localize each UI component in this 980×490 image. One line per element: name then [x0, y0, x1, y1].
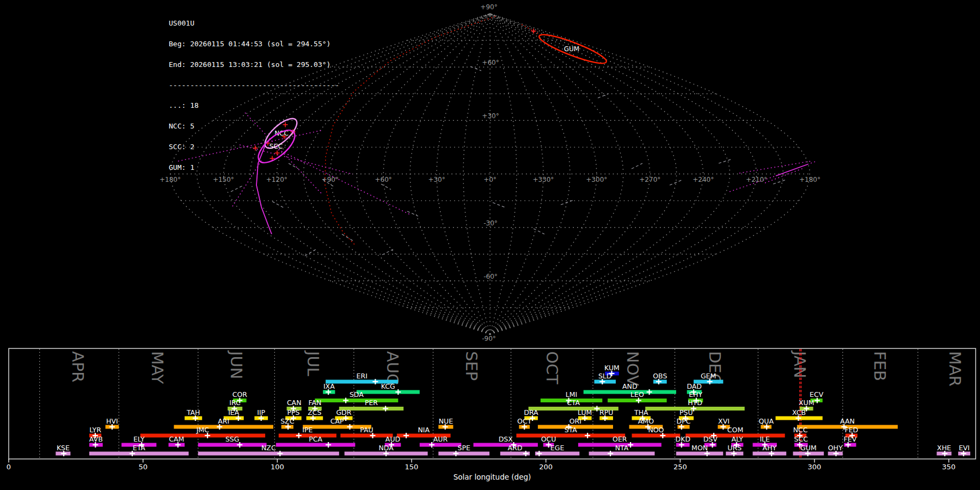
shower-code-label: TAH — [186, 408, 200, 416]
shower-code-label: PCA — [309, 435, 322, 443]
shower-code-label: EVI — [959, 444, 970, 452]
shower-bar-sta — [516, 434, 625, 438]
x-axis-title: Solar longitude (deg) — [454, 473, 531, 481]
shower-code-label: THA — [634, 408, 648, 416]
shower-code-label: HYD — [688, 399, 702, 407]
meteor-radiant-report: { "header": { "lines": [ "US001U", "Beg:… — [0, 0, 980, 490]
shower-bar-nzc — [198, 452, 339, 456]
shower-code-label: NCC — [793, 426, 808, 434]
shower-code-label: COR — [232, 390, 248, 399]
shower-code-label: OCU — [541, 435, 556, 443]
shower-code-label: DPC — [677, 417, 691, 425]
shower-code-label: GDR — [336, 408, 351, 416]
shower-code-label: DRA — [524, 408, 538, 416]
shower-code-label: AND — [622, 382, 638, 390]
sporadic-meteor-trail — [773, 180, 786, 184]
shower-code-label: XCB — [792, 408, 806, 416]
shower-code-label: AHY — [763, 444, 777, 452]
shower-code-label: XHE — [937, 444, 951, 452]
longitude-label: +270° — [639, 176, 660, 183]
shower-code-label: JMC — [196, 426, 209, 434]
x-axis-tick-label: 100 — [271, 463, 284, 471]
shower-code-label: DKD — [676, 435, 690, 443]
shower-code-label: ECV — [810, 390, 824, 399]
shower-code-label: CAN — [287, 399, 302, 407]
shower-bar-nta — [589, 452, 655, 456]
shower-code-label: QUA — [758, 417, 774, 425]
shower-meteor-trail — [807, 162, 815, 164]
month-label: JUN — [227, 350, 246, 379]
shower-code-label: XUM — [799, 399, 814, 407]
latitude-label: +60° — [482, 59, 499, 66]
begin-time: Beg: 20260115 01:44:53 (sol = 294.55°) — [169, 41, 339, 48]
longitude-label: +210° — [746, 176, 767, 183]
shower-code-label: OER — [612, 435, 627, 443]
shower-code-label: IIP — [257, 408, 265, 416]
longitude-label: +180° — [799, 176, 820, 183]
x-axis-tick-label: 150 — [405, 463, 419, 471]
month-label: FEB — [871, 351, 889, 381]
shower-code-label: PAU — [360, 426, 373, 434]
sporadic-meteor-trail — [382, 249, 393, 255]
month-label: MAY — [148, 351, 167, 384]
x-axis-tick-label: 50 — [138, 463, 148, 471]
shower-code-label: SLD — [598, 372, 612, 380]
month-label: APR — [69, 351, 87, 382]
shower-code-label: GUM — [800, 444, 817, 452]
observation-header: US001U Beg: 20260115 01:44:53 (sol = 294… — [169, 7, 339, 178]
shower-code-label: AUR — [433, 435, 448, 443]
shower-bar-dsx — [474, 443, 538, 447]
shower-code-label: FEV — [844, 435, 857, 443]
x-axis-tick-label: 0 — [7, 463, 11, 471]
shower-code-label: ELY — [133, 435, 145, 443]
shower-bar-and — [584, 390, 676, 394]
month-label: OCT — [543, 351, 561, 384]
longitude-label: +300° — [586, 176, 607, 183]
meridian-line — [383, 14, 490, 334]
red-dotted-segment — [522, 24, 542, 36]
shower-code-label: KCG — [381, 382, 395, 390]
latitude-label: -30° — [483, 219, 498, 227]
shower-code-label: NOO — [648, 426, 664, 434]
sporadic-meteor-trail — [493, 203, 505, 207]
ecliptic-dotted-line — [325, 16, 495, 245]
shower-bar-kcg — [357, 390, 420, 394]
shower-code-label: OBS — [653, 372, 667, 380]
shower-code-label: GEM — [701, 372, 716, 380]
shower-code-label: AMO — [638, 417, 654, 425]
shower-bar-pca — [276, 443, 356, 447]
shower-code-label: EHY — [689, 390, 702, 399]
shower-code-label: ZCS — [308, 408, 321, 416]
end-time: End: 20260115 13:03:21 (sol = 295.03°) — [169, 62, 339, 69]
sporadic-meteor-trail — [632, 163, 642, 169]
shower-code-label: ARD — [507, 444, 522, 452]
shower-code-label: AAN — [840, 417, 855, 425]
shower-code-label: ILE — [759, 435, 770, 443]
month-label: NOV — [623, 351, 642, 386]
sky-map-and-activity-chart: GUMNCCSCC+90°-90°+60°+30°-30°-60°+180°+1… — [0, 0, 980, 490]
shower-bar-sda — [315, 399, 398, 402]
shower-code-label: NDA — [378, 444, 394, 452]
x-axis-tick-label: 250 — [673, 463, 687, 471]
shower-bar-noo — [632, 434, 681, 438]
shower-bar-eta — [89, 452, 189, 456]
shower-code-label: MON — [691, 444, 708, 452]
shower-code-label: PPS — [287, 408, 299, 416]
longitude-label: +240° — [693, 176, 714, 183]
shower-code-label: HVI — [106, 417, 118, 425]
shower-code-label: CTA — [567, 399, 580, 407]
shower-code-label: IXA — [323, 382, 335, 390]
month-label: SEP — [462, 351, 481, 381]
shower-bar-spe — [438, 452, 489, 456]
shower-code-label: ETA — [133, 444, 146, 452]
x-axis-tick-label: 350 — [942, 463, 955, 471]
longitude-label: +60° — [375, 176, 392, 183]
shower-code-label: LEO — [630, 390, 644, 399]
shower-code-label: AUD — [385, 435, 400, 443]
shower-code-label: LYR — [89, 426, 101, 434]
longitude-label: +30° — [428, 176, 445, 183]
shower-code-label: DSV — [703, 435, 718, 443]
x-axis-tick-label: 200 — [539, 463, 553, 471]
shower-code-label: ALY — [731, 435, 743, 443]
shower-bar-aur — [420, 443, 462, 447]
